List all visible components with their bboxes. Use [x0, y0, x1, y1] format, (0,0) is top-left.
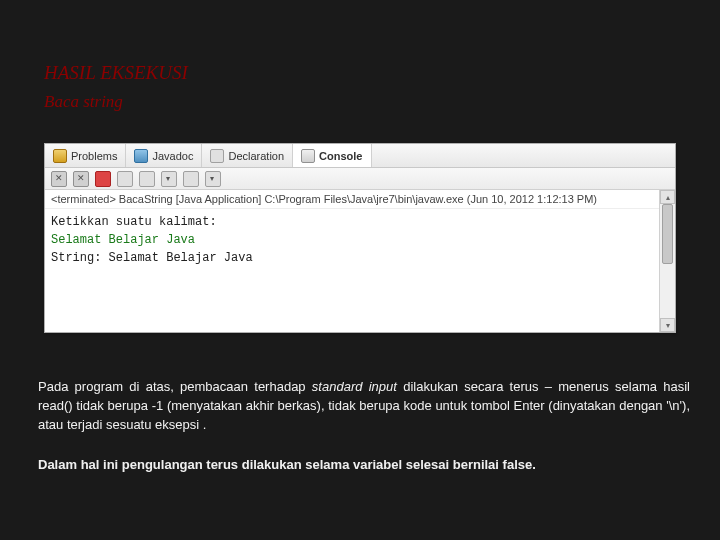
tab-console[interactable]: Console: [293, 144, 371, 167]
scroll-down-icon[interactable]: ▾: [660, 318, 675, 332]
tab-label: Problems: [71, 150, 117, 162]
tab-declaration[interactable]: Declaration: [202, 144, 293, 167]
paragraph-conclusion: Dalam hal ini pengulangan terus dilakuka…: [38, 456, 690, 475]
paragraph-explanation: Pada program di atas, pembacaan terhadap…: [38, 378, 690, 435]
tab-problems[interactable]: Problems: [45, 144, 126, 167]
text-segment: Pada program di atas, pembacaan terhadap: [38, 379, 312, 394]
console-icon: [301, 149, 315, 163]
console-toolbar: [45, 168, 675, 190]
declaration-icon: [210, 149, 224, 163]
console-output-area[interactable]: Ketikkan suatu kalimat: Selamat Belajar …: [45, 209, 675, 271]
remove-launch-icon[interactable]: [51, 171, 67, 187]
ide-console-panel: Problems Javadoc Declaration Console <te…: [44, 143, 676, 333]
console-line-output: String: Selamat Belajar Java: [51, 249, 669, 267]
tab-label: Javadoc: [152, 150, 193, 162]
scrollbar-thumb[interactable]: [662, 204, 673, 264]
tab-javadoc[interactable]: Javadoc: [126, 144, 202, 167]
javadoc-icon: [134, 149, 148, 163]
launch-status: <terminated> BacaString [Java Applicatio…: [45, 190, 675, 209]
problems-icon: [53, 149, 67, 163]
scroll-lock-icon[interactable]: [139, 171, 155, 187]
console-line-input: Selamat Belajar Java: [51, 231, 669, 249]
clear-console-icon[interactable]: [117, 171, 133, 187]
open-console-dropdown-icon[interactable]: [205, 171, 221, 187]
vertical-scrollbar[interactable]: ▴ ▾: [659, 190, 675, 332]
tab-label: Declaration: [228, 150, 284, 162]
display-dropdown-icon[interactable]: [161, 171, 177, 187]
text-italic: standard input: [312, 379, 397, 394]
console-line-prompt: Ketikkan suatu kalimat:: [51, 213, 669, 231]
scroll-up-icon[interactable]: ▴: [660, 190, 675, 204]
remove-all-icon[interactable]: [73, 171, 89, 187]
heading-subtitle: Baca string: [44, 92, 123, 112]
pin-console-icon[interactable]: [183, 171, 199, 187]
tabs-row: Problems Javadoc Declaration Console: [45, 144, 675, 168]
tab-label: Console: [319, 150, 362, 162]
terminate-icon[interactable]: [95, 171, 111, 187]
heading-result: HASIL EKSEKUSI: [44, 62, 188, 84]
